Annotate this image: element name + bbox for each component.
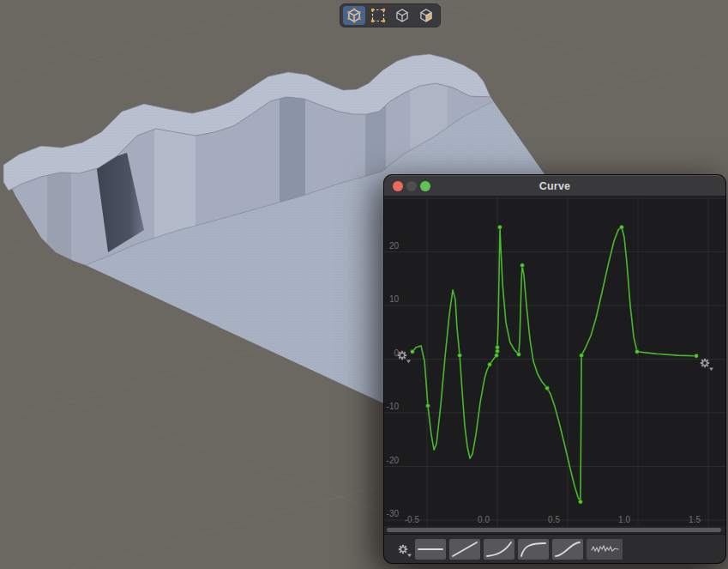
preset-current-noise-icon bbox=[587, 539, 623, 560]
plot-scrollbar-track[interactable] bbox=[384, 526, 725, 534]
control-point[interactable] bbox=[545, 386, 550, 390]
control-point[interactable] bbox=[498, 225, 502, 229]
y-tick-label: 10 bbox=[389, 294, 400, 304]
control-point[interactable] bbox=[458, 354, 462, 358]
preset-button-ease-in[interactable] bbox=[484, 539, 514, 560]
x-tick-label: -0.5 bbox=[405, 515, 420, 524]
preset-ease-out-icon bbox=[518, 539, 549, 560]
control-point[interactable] bbox=[426, 403, 430, 408]
viewport-mode-toolbar bbox=[340, 3, 441, 27]
control-point[interactable] bbox=[695, 354, 699, 358]
spline-control-points bbox=[411, 225, 699, 504]
control-point[interactable] bbox=[635, 349, 640, 354]
preset-linear-icon bbox=[449, 539, 480, 560]
plot-grid bbox=[384, 197, 725, 526]
control-point[interactable] bbox=[517, 352, 521, 356]
cube-icon bbox=[391, 6, 413, 25]
control-point[interactable] bbox=[411, 349, 415, 354]
curve-window: Curve 20100-10-20-30-0.50.00.51.01.5 bbox=[383, 174, 726, 564]
toolbar-button-box-select[interactable] bbox=[367, 6, 389, 25]
window-titlebar[interactable]: Curve bbox=[384, 175, 725, 197]
y-tick-label: -10 bbox=[387, 402, 400, 411]
curve-bottom-toolbar bbox=[384, 534, 725, 563]
preset-s-curve-icon bbox=[552, 539, 583, 560]
preset-button-current-noise[interactable] bbox=[587, 539, 623, 560]
preset-button-ease-out[interactable] bbox=[518, 539, 549, 560]
x-tick-label: 0.5 bbox=[548, 515, 560, 524]
control-point[interactable] bbox=[488, 362, 492, 366]
toolbar-button-points-mode[interactable] bbox=[343, 6, 365, 25]
plot-scrollbar-thumb[interactable] bbox=[387, 528, 721, 532]
y-tick-label: -20 bbox=[387, 456, 400, 465]
cube-vertices-icon bbox=[343, 6, 365, 25]
preset-ease-in-icon bbox=[484, 539, 514, 560]
y-tick-label: -30 bbox=[387, 509, 400, 518]
control-point[interactable] bbox=[496, 345, 500, 349]
preset-button-linear[interactable] bbox=[449, 539, 480, 560]
preset-menu-gear-icon[interactable] bbox=[399, 545, 412, 557]
preset-button-s-curve[interactable] bbox=[552, 539, 583, 560]
control-point[interactable] bbox=[520, 263, 525, 268]
toolbar-button-polygon-mode[interactable] bbox=[415, 6, 437, 25]
app-root: Curve 20100-10-20-30-0.50.00.51.01.5 bbox=[0, 0, 728, 569]
x-tick-label: 1.0 bbox=[618, 515, 630, 524]
left-curve-options-gear-icon[interactable] bbox=[398, 351, 411, 363]
control-point[interactable] bbox=[620, 225, 624, 229]
control-point[interactable] bbox=[579, 499, 583, 504]
spline-curve[interactable] bbox=[412, 227, 696, 502]
curve-plot-area[interactable]: 20100-10-20-30-0.50.00.51.01.5 bbox=[384, 197, 725, 526]
x-tick-label: 1.5 bbox=[689, 515, 701, 524]
window-title: Curve bbox=[384, 180, 725, 192]
axis-tick-labels: 20100-10-20-30-0.50.00.51.01.5 bbox=[387, 241, 701, 525]
cube-face-icon bbox=[415, 6, 437, 25]
x-tick-label: 0.0 bbox=[478, 515, 490, 524]
dashed-rect-icon bbox=[367, 6, 389, 25]
control-point[interactable] bbox=[580, 354, 584, 358]
preset-button-constant[interactable] bbox=[415, 539, 446, 560]
right-curve-options-gear-icon[interactable] bbox=[701, 359, 713, 371]
toolbar-button-object-mode[interactable] bbox=[391, 6, 413, 25]
control-point[interactable] bbox=[495, 354, 499, 358]
y-tick-label: 20 bbox=[389, 241, 400, 251]
preset-constant-icon bbox=[415, 539, 446, 560]
